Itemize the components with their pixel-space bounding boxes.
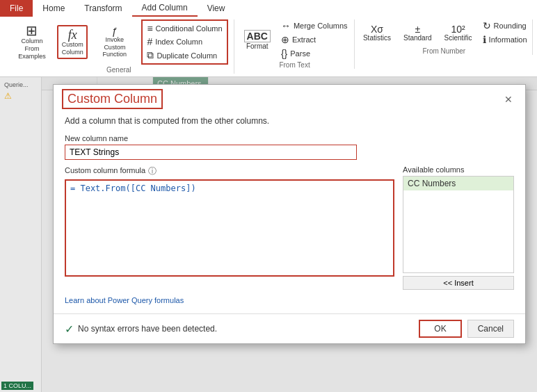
- new-column-name-label: New column name: [65, 134, 514, 142]
- merge-columns-label: Merge Columns: [294, 22, 348, 30]
- ribbon-items-general: ⊞ Column FromExamples fx CustomColumn ƒ …: [10, 19, 228, 65]
- dialog-title: Custom Column: [62, 89, 163, 109]
- check-icon: ✓: [65, 322, 74, 336]
- formula-label-row: Custom column formula ⓘ: [65, 165, 394, 177]
- no-errors-text: No syntax errors have been detected.: [78, 324, 217, 334]
- ribbon-items-from-number: Xσ Statistics ± Standard 10² Scientific …: [358, 19, 530, 46]
- custom-column-dialog: Custom Column ✕ Add a column that is com…: [53, 84, 526, 344]
- standard-label: Standard: [403, 34, 432, 42]
- main-area: Querie... ⚠ 1 COLU... CC Numbers Custom …: [0, 77, 537, 392]
- duplicate-column-label: Duplicate Column: [157, 51, 217, 60]
- ribbon-body: ⊞ Column FromExamples fx CustomColumn ƒ …: [0, 17, 537, 76]
- dialog-title-bar: Custom Column ✕: [54, 85, 525, 111]
- format-icon: ABC: [244, 30, 271, 42]
- footer-buttons: OK Cancel: [419, 320, 514, 338]
- merge-columns-button[interactable]: ↔ Merge Columns: [278, 19, 351, 32]
- ribbon-group-from-text: ABC Format ↔ Merge Columns ⊕ Extract {} …: [236, 19, 355, 69]
- custom-column-icon: fx: [68, 28, 77, 41]
- learn-link[interactable]: Learn about Power Query formulas: [65, 296, 184, 304]
- dialog-close-button[interactable]: ✕: [500, 92, 517, 106]
- ribbon-group-from-number: Xσ Statistics ± Standard 10² Scientific …: [356, 19, 533, 55]
- conditional-column-label: Conditional Column: [156, 24, 223, 33]
- ribbon: File Home Transform Add Column View ⊞ Co…: [0, 0, 537, 77]
- general-small-group: ≡ Conditional Column # Index Column ⧉ Du…: [141, 19, 227, 65]
- tab-home[interactable]: Home: [33, 0, 74, 17]
- custom-column-label: CustomColumn: [62, 41, 83, 56]
- tab-transform[interactable]: Transform: [74, 0, 131, 17]
- scientific-button[interactable]: 10² Scientific: [440, 22, 477, 44]
- available-columns-label: Available columns: [403, 165, 514, 174]
- column-from-examples-button[interactable]: ⊞ Column FromExamples: [10, 21, 54, 63]
- information-icon: ℹ: [483, 34, 486, 45]
- statistics-button[interactable]: Xσ Statistics: [358, 22, 396, 44]
- format-button[interactable]: ABC Format: [239, 27, 275, 53]
- tab-add-column[interactable]: Add Column: [132, 0, 198, 17]
- formula-info-icon[interactable]: ⓘ: [148, 165, 157, 177]
- index-column-icon: #: [147, 36, 152, 47]
- column-examples-icon: ⊞: [26, 24, 38, 38]
- tab-file[interactable]: File: [0, 0, 33, 17]
- invoke-function-label: Invoke CustomFunction: [95, 36, 134, 58]
- extract-button[interactable]: ⊕ Extract: [278, 33, 351, 46]
- content-area: CC Numbers Custom Column ✕ Add a column …: [42, 77, 537, 392]
- merge-columns-icon: ↔: [281, 20, 291, 31]
- available-columns-section: Available columns CC Numbers << Insert: [403, 165, 514, 290]
- ok-button[interactable]: OK: [419, 320, 461, 338]
- standard-icon: ±: [415, 24, 420, 34]
- dialog-subtitle: Add a column that is computed from the o…: [65, 116, 514, 126]
- dialog-overlay: Custom Column ✕ Add a column that is com…: [42, 77, 537, 392]
- dialog-footer: ✓ No syntax errors have been detected. O…: [54, 313, 525, 343]
- column-name-row: New column name: [65, 134, 514, 160]
- format-label: Format: [246, 42, 268, 50]
- insert-button[interactable]: << Insert: [403, 276, 514, 290]
- column-examples-label: Column FromExamples: [15, 38, 49, 60]
- extract-label: Extract: [292, 35, 316, 44]
- rounding-button[interactable]: ↻ Rounding: [480, 19, 530, 32]
- invoke-custom-function-button[interactable]: ƒ Invoke CustomFunction: [90, 23, 138, 61]
- rounding-label: Rounding: [494, 22, 527, 30]
- conditional-column-icon: ≡: [147, 23, 152, 34]
- scientific-label: Scientific: [444, 34, 472, 42]
- extract-icon: ⊕: [281, 34, 289, 45]
- duplicate-column-icon: ⧉: [147, 49, 154, 61]
- conditional-column-button[interactable]: ≡ Conditional Column: [144, 22, 225, 35]
- from-number-group-label: From Number: [422, 47, 465, 55]
- left-panel: Querie... ⚠ 1 COLU...: [0, 77, 42, 392]
- ribbon-items-from-text: ABC Format ↔ Merge Columns ⊕ Extract {} …: [239, 19, 351, 60]
- column-badge: 1 COLU...: [1, 382, 33, 390]
- warning-icon: ⚠: [4, 91, 12, 101]
- dialog-body: Add a column that is computed from the o…: [54, 111, 525, 313]
- duplicate-column-button[interactable]: ⧉ Duplicate Column: [144, 49, 225, 62]
- custom-column-button[interactable]: fx CustomColumn: [57, 25, 88, 60]
- queries-section-label: Querie...: [3, 80, 38, 90]
- available-columns-listbox[interactable]: CC Numbers: [403, 176, 514, 273]
- information-button[interactable]: ℹ Information: [480, 33, 530, 46]
- learn-link-row: Learn about Power Query formulas: [65, 295, 514, 305]
- parse-label: Parse: [290, 49, 310, 58]
- formula-left: Custom column formula ⓘ = Text.From([CC …: [65, 165, 394, 290]
- cancel-button[interactable]: Cancel: [467, 320, 514, 338]
- column-name-input[interactable]: [65, 145, 357, 160]
- rounding-icon: ↻: [483, 20, 491, 31]
- parse-button[interactable]: {} Parse: [278, 47, 351, 60]
- from-text-group-label: From Text: [279, 61, 310, 69]
- column-cc-numbers[interactable]: CC Numbers: [403, 177, 513, 190]
- statistics-icon: Xσ: [371, 24, 383, 34]
- information-label: Information: [489, 35, 527, 44]
- formula-label: Custom column formula: [65, 166, 145, 174]
- statistics-label: Statistics: [363, 34, 391, 42]
- standard-button[interactable]: ± Standard: [399, 22, 437, 44]
- no-errors-section: ✓ No syntax errors have been detected.: [65, 322, 217, 336]
- ribbon-tabs: File Home Transform Add Column View: [0, 0, 537, 17]
- tab-view[interactable]: View: [198, 0, 235, 17]
- general-group-label: General: [106, 66, 131, 74]
- index-column-label: Index Column: [155, 38, 202, 46]
- ribbon-group-general: ⊞ Column FromExamples fx CustomColumn ƒ …: [4, 19, 234, 74]
- parse-icon: {}: [281, 48, 287, 59]
- scientific-icon: 10²: [451, 24, 465, 34]
- invoke-function-icon: ƒ: [112, 26, 118, 36]
- query-item[interactable]: ⚠: [3, 90, 38, 102]
- formula-input[interactable]: = Text.From([CC Numbers]): [65, 179, 394, 277]
- formula-section: Custom column formula ⓘ = Text.From([CC …: [65, 165, 514, 290]
- index-column-button[interactable]: # Index Column: [144, 35, 225, 48]
